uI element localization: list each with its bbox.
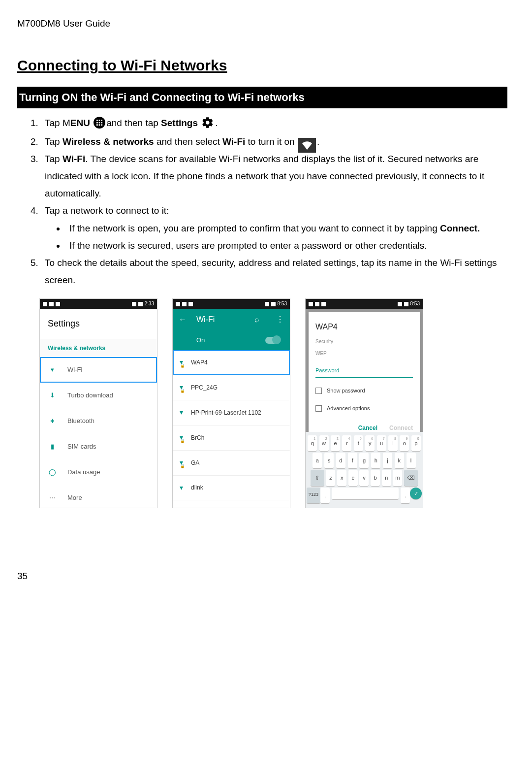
wifi-toggle[interactable] xyxy=(265,337,280,344)
step-5: To check the details about the speed, se… xyxy=(41,254,507,289)
wifi-icon: ▾ xyxy=(180,406,183,419)
screen-title: Settings xyxy=(40,309,157,339)
key[interactable]: o9 xyxy=(400,435,409,451)
sim-icon: ▮ xyxy=(48,442,57,451)
key[interactable]: h xyxy=(371,453,380,468)
wifi-icon: ▾🔒 xyxy=(180,506,183,508)
keyboard[interactable]: q1w2e3r4t5y6u7i8o9p0 asdfghjkl ⇧zxcvbnm⌫… xyxy=(306,432,423,508)
page-number: 35 xyxy=(17,567,507,585)
wifi-icon: ▾ xyxy=(48,365,57,374)
page-title: Connecting to Wi-Fi Networks xyxy=(17,52,507,79)
key[interactable]: e3 xyxy=(331,435,340,451)
key[interactable]: s xyxy=(324,453,334,468)
key[interactable]: a xyxy=(313,453,322,468)
security-value: WEP xyxy=(315,349,413,359)
wifi-network[interactable]: ▾HP-Print-69-LaserJet 1102 xyxy=(173,400,290,425)
data-icon: ◯ xyxy=(48,468,57,477)
key[interactable]: . xyxy=(401,488,410,503)
wifi-on-label: On xyxy=(196,334,205,346)
settings-data[interactable]: ◯Data usage xyxy=(40,459,157,485)
screenshot-wifi-password: 8:53 WAP4 Security WEP Password Show pas… xyxy=(305,298,423,508)
notif-icon xyxy=(321,302,326,306)
overflow-icon[interactable]: ⋮ xyxy=(276,312,284,327)
wifi-icon: ▾🔒 xyxy=(180,457,183,469)
step-3: Tap Wi-Fi. The device scans for availabl… xyxy=(41,150,507,202)
key[interactable]: j xyxy=(383,453,392,468)
wifi-network[interactable]: ▾🔒WAP4 xyxy=(173,350,290,375)
notif-icon xyxy=(49,302,54,306)
enter-key[interactable]: ✓ xyxy=(410,488,422,499)
key[interactable]: p0 xyxy=(411,435,421,451)
step-4-sub-2: If the network is secured, users are pro… xyxy=(65,237,507,254)
notif-icon xyxy=(188,302,193,306)
bluetooth-icon: ∗ xyxy=(48,417,57,425)
key[interactable]: f xyxy=(348,453,357,468)
settings-wifi[interactable]: ▾Wi-Fi xyxy=(40,357,157,383)
notif-icon xyxy=(176,302,180,306)
wifi-network[interactable]: ▾🔒PPC_24G xyxy=(173,375,290,400)
back-icon[interactable]: ← xyxy=(179,312,187,327)
signal-icon xyxy=(265,302,269,306)
wifi-on-icon xyxy=(298,138,316,153)
clock: 8:53 xyxy=(410,299,420,309)
gear-icon xyxy=(201,116,214,134)
download-icon: ⬇ xyxy=(48,391,57,400)
key[interactable]: r4 xyxy=(342,435,351,451)
settings-more[interactable]: ⋯More xyxy=(40,485,157,508)
wifi-network[interactable]: ▾🔒dlink-F5F6 xyxy=(173,500,290,508)
key[interactable]: z xyxy=(326,470,335,486)
signal-icon xyxy=(398,302,402,306)
battery-icon xyxy=(138,302,143,306)
wifi-network[interactable]: ▾🔒GA xyxy=(173,450,290,475)
screen-title: Wi-Fi xyxy=(196,312,215,327)
password-field[interactable]: Password xyxy=(315,365,413,378)
notif-icon xyxy=(56,302,60,306)
settings-bluetooth[interactable]: ∗Bluetooth xyxy=(40,408,157,434)
battery-icon xyxy=(404,302,408,306)
checkbox-icon xyxy=(315,405,322,412)
dialog-title: WAP4 xyxy=(315,320,413,334)
wifi-icon: ▾🔒 xyxy=(180,356,183,369)
key[interactable]: t5 xyxy=(354,435,363,451)
key[interactable]: n xyxy=(382,470,391,486)
clock: 2:33 xyxy=(145,299,154,309)
key[interactable]: v xyxy=(359,470,369,486)
key[interactable]: c xyxy=(348,470,358,486)
key[interactable]: y6 xyxy=(365,435,375,451)
lock-icon xyxy=(182,302,187,306)
wifi-icon: ▾🔒 xyxy=(180,381,183,394)
key[interactable]: g xyxy=(359,453,369,468)
space-key[interactable] xyxy=(332,488,399,499)
wifi-password-dialog: WAP4 Security WEP Password Show password… xyxy=(309,312,420,438)
usb-icon xyxy=(43,302,47,306)
screenshot-wifi-list: 8:53 ← Wi-Fi ⌕ ⋮ On ▾🔒WAP4 ▾🔒PPC_24G ▾HP… xyxy=(172,298,290,508)
doc-header: M700DM8 User Guide xyxy=(17,15,507,32)
search-icon[interactable]: ⌕ xyxy=(254,312,259,327)
symbols-key[interactable]: ?123 xyxy=(307,488,320,503)
key[interactable]: w2 xyxy=(319,435,329,451)
step-1: Tap MENU and then tap Settings . xyxy=(41,114,507,133)
wifi-network[interactable]: ▾dlink xyxy=(173,475,290,500)
key[interactable]: k xyxy=(395,453,404,468)
show-password-checkbox[interactable]: Show password xyxy=(315,386,413,395)
status-bar: 2:33 xyxy=(40,299,157,309)
key[interactable]: b xyxy=(371,470,380,486)
key[interactable]: , xyxy=(320,488,330,503)
screenshot-settings: 2:33 Settings Wireless & networks ▾Wi-Fi… xyxy=(39,298,157,508)
key[interactable]: x xyxy=(337,470,346,486)
key[interactable]: m xyxy=(393,470,402,486)
wifi-icon: ▾ xyxy=(180,482,183,494)
key[interactable]: q1 xyxy=(308,435,317,451)
key[interactable]: l xyxy=(407,453,416,468)
backspace-key[interactable]: ⌫ xyxy=(404,470,418,486)
settings-sim[interactable]: ▮SIM cards xyxy=(40,434,157,459)
more-icon: ⋯ xyxy=(48,493,57,502)
security-label: Security xyxy=(315,337,413,347)
advanced-options-checkbox[interactable]: Advanced options xyxy=(315,403,413,413)
key[interactable]: d xyxy=(336,453,345,468)
key[interactable]: i8 xyxy=(388,435,398,451)
key[interactable]: u7 xyxy=(377,435,386,451)
settings-turbo[interactable]: ⬇Turbo download xyxy=(40,383,157,408)
shift-key[interactable]: ⇧ xyxy=(311,470,324,486)
wifi-network[interactable]: ▾🔒BrCh xyxy=(173,425,290,450)
